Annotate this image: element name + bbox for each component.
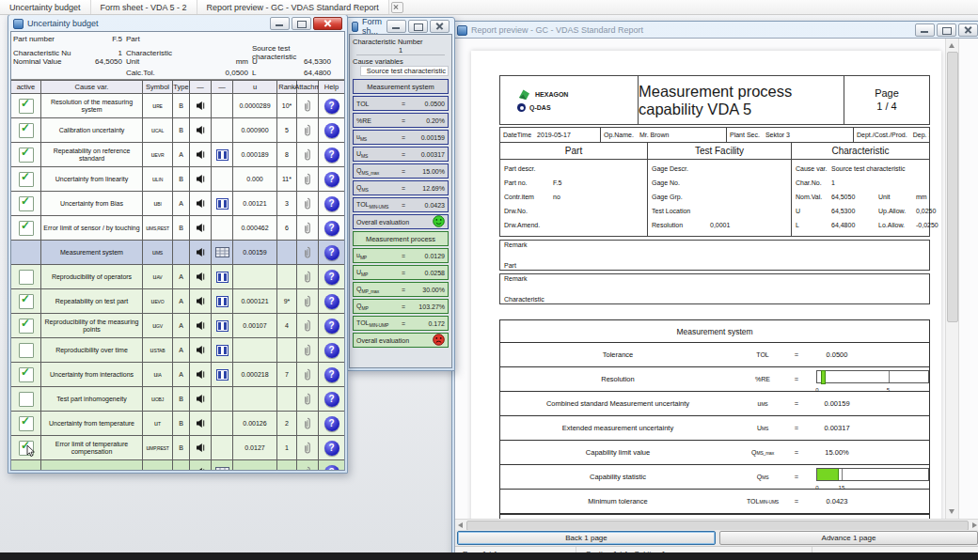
speaker-cell[interactable] <box>190 289 211 313</box>
detail-cell[interactable] <box>212 167 232 191</box>
paperclip-icon[interactable] <box>304 368 311 381</box>
characteristic-number-value[interactable]: 1 <box>356 46 445 55</box>
advance-1-page-button[interactable]: Advance 1 page <box>719 531 978 545</box>
help-icon[interactable] <box>324 99 339 114</box>
paperclip-icon[interactable] <box>304 246 311 258</box>
minimize-icon[interactable] <box>386 20 406 33</box>
speaker-cell[interactable] <box>190 387 211 411</box>
detail-cell[interactable] <box>212 460 232 471</box>
form-value-row[interactable]: UMS=0.00317 <box>353 147 449 162</box>
row-checkbox[interactable] <box>19 319 34 334</box>
form-value-row[interactable]: QMP_max=30.00% <box>353 282 449 297</box>
maximize-icon[interactable] <box>408 20 428 33</box>
vertical-scrollbar[interactable] <box>945 39 959 519</box>
speaker-cell[interactable] <box>190 363 211 386</box>
grid-icon[interactable] <box>215 467 229 471</box>
row-checkbox[interactable] <box>19 270 34 285</box>
row-checkbox[interactable] <box>19 221 34 236</box>
help-icon[interactable] <box>324 245 339 260</box>
paperclip-icon[interactable] <box>304 197 311 210</box>
table-icon[interactable] <box>216 369 229 381</box>
attachment-cell[interactable] <box>297 289 318 313</box>
attachment-cell[interactable] <box>297 192 318 215</box>
attachment-cell[interactable] <box>297 216 318 240</box>
speaker-icon[interactable] <box>196 198 206 209</box>
form-value-row[interactable]: uMP=0.0129 <box>353 248 449 263</box>
attachment-cell[interactable] <box>297 387 318 411</box>
detail-cell[interactable] <box>212 192 232 215</box>
attachment-cell[interactable] <box>297 460 318 471</box>
table-icon[interactable] <box>216 149 229 161</box>
close-icon[interactable] <box>430 20 450 33</box>
attachment-cell[interactable] <box>297 118 318 142</box>
paperclip-icon[interactable] <box>304 124 311 136</box>
speaker-icon[interactable] <box>196 394 206 404</box>
form-value-row[interactable]: %RE=0.20% <box>353 113 449 128</box>
detail-cell[interactable] <box>212 412 232 435</box>
paperclip-icon[interactable] <box>304 271 311 283</box>
attachment-cell[interactable] <box>297 436 318 459</box>
scroll-down-icon[interactable] <box>949 509 954 514</box>
attachment-cell[interactable] <box>297 167 318 191</box>
row-checkbox[interactable] <box>19 392 34 407</box>
tab-report-preview[interactable]: Report preview - GC - VDAS Standard Repo… <box>197 0 389 14</box>
speaker-icon[interactable] <box>196 320 206 331</box>
attachment-cell[interactable] <box>297 363 318 386</box>
speaker-cell[interactable] <box>190 167 211 191</box>
row-checkbox[interactable] <box>19 367 34 382</box>
paperclip-icon[interactable] <box>304 295 311 307</box>
detail-cell[interactable] <box>212 338 232 362</box>
cause-variables-value[interactable]: Source test characteristic <box>360 66 449 76</box>
paperclip-icon[interactable] <box>304 466 311 471</box>
speaker-cell[interactable] <box>190 241 211 264</box>
speaker-icon[interactable] <box>196 149 206 160</box>
detail-cell[interactable] <box>212 436 232 459</box>
scroll-up-icon[interactable] <box>949 43 954 48</box>
help-icon[interactable] <box>324 270 339 285</box>
row-checkbox[interactable] <box>19 172 34 187</box>
speaker-icon[interactable] <box>196 174 206 184</box>
minimize-icon[interactable] <box>270 17 290 30</box>
help-icon[interactable] <box>324 465 339 472</box>
speaker-cell[interactable] <box>190 314 211 337</box>
paperclip-icon[interactable] <box>304 344 311 356</box>
table-icon[interactable] <box>216 296 229 307</box>
paperclip-icon[interactable] <box>304 100 311 112</box>
form-value-row[interactable]: uMS=0.00159 <box>353 130 449 145</box>
grid-icon[interactable] <box>215 247 229 257</box>
help-icon[interactable] <box>324 172 339 187</box>
help-icon[interactable] <box>324 294 339 309</box>
paperclip-icon[interactable] <box>304 417 311 429</box>
table-icon[interactable] <box>216 320 229 332</box>
paperclip-icon[interactable] <box>304 393 311 405</box>
paperclip-icon[interactable] <box>304 148 311 161</box>
speaker-icon[interactable] <box>196 296 206 306</box>
speaker-cell[interactable] <box>190 265 211 288</box>
close-icon[interactable] <box>958 23 978 37</box>
speaker-cell[interactable] <box>190 436 211 459</box>
speaker-icon[interactable] <box>196 418 206 428</box>
speaker-cell[interactable] <box>190 460 211 471</box>
row-checkbox[interactable] <box>19 123 34 138</box>
detail-cell[interactable] <box>212 143 232 166</box>
attachment-cell[interactable] <box>297 143 318 166</box>
detail-cell[interactable] <box>212 363 232 386</box>
help-icon[interactable] <box>324 392 339 407</box>
speaker-icon[interactable] <box>196 345 206 355</box>
form-value-row[interactable]: TOLMIN-UMP=0.172 <box>353 316 449 331</box>
attachment-cell[interactable] <box>297 94 318 117</box>
help-icon[interactable] <box>324 196 339 211</box>
table-icon[interactable] <box>216 345 229 356</box>
vertical-scroll-thumb[interactable] <box>947 52 958 322</box>
speaker-cell[interactable] <box>190 118 211 142</box>
attachment-cell[interactable] <box>297 412 318 435</box>
speaker-cell[interactable] <box>190 192 211 215</box>
speaker-icon[interactable] <box>196 443 206 453</box>
help-icon[interactable] <box>324 148 339 163</box>
speaker-cell[interactable] <box>190 143 211 166</box>
speaker-cell[interactable] <box>190 338 211 362</box>
form-value-row[interactable]: UMP=0.0258 <box>353 265 449 280</box>
form-value-row[interactable]: QMS=12.69% <box>353 180 449 195</box>
detail-cell[interactable] <box>212 94 232 117</box>
help-icon[interactable] <box>324 441 339 456</box>
